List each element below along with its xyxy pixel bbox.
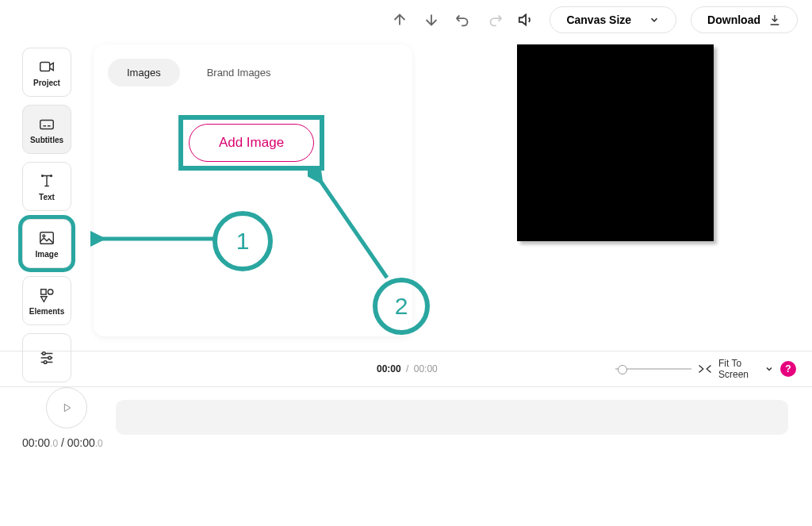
timecode-duration: 00:00 <box>414 363 438 374</box>
timeline-area: 00:00.0 / 00:00.0 <box>0 387 812 482</box>
svg-rect-6 <box>41 289 46 294</box>
canvas-size-label: Canvas Size <box>566 13 631 26</box>
canvas-preview[interactable] <box>517 44 714 241</box>
annotation-arrow-2 <box>308 171 403 282</box>
elements-label: Elements <box>29 307 64 316</box>
fit-screen-icon <box>698 363 712 374</box>
text-icon <box>38 172 56 190</box>
timeline-sep: / <box>58 436 67 449</box>
help-button[interactable]: ? <box>780 361 796 377</box>
redo-icon[interactable] <box>486 11 504 29</box>
subtitles-label: Subtitles <box>30 136 63 144</box>
image-label: Image <box>36 250 59 259</box>
timeline-duration-frac: .0 <box>95 438 103 449</box>
sidebar-item-project[interactable]: Project <box>22 48 71 97</box>
play-button[interactable] <box>46 387 87 428</box>
timeline-current: 00:00 <box>22 436 50 449</box>
move-down-icon[interactable] <box>423 11 440 29</box>
svg-rect-0 <box>40 62 50 71</box>
sidebar-item-text[interactable]: Text <box>22 162 71 211</box>
zoom-slider[interactable] <box>615 368 691 370</box>
tab-images[interactable]: Images <box>108 59 180 86</box>
sidebar-item-subtitles[interactable]: Subtitles <box>22 105 71 154</box>
add-image-button[interactable]: Add Image <box>189 124 314 162</box>
video-icon <box>38 58 56 75</box>
svg-point-7 <box>48 289 52 294</box>
volume-icon[interactable] <box>518 11 535 29</box>
timecode-current: 00:00 <box>377 363 401 374</box>
canvas-size-button[interactable]: Canvas Size <box>550 6 676 33</box>
chevron-down-icon[interactable] <box>764 364 774 374</box>
svg-point-5 <box>43 234 45 236</box>
timecode-sep: / <box>406 363 408 374</box>
elements-icon <box>38 286 56 304</box>
download-icon <box>768 13 781 26</box>
subtitles-icon <box>38 115 56 132</box>
text-label: Text <box>39 193 55 202</box>
sidebar: Project Subtitles Text Image Elements <box>22 48 71 382</box>
download-button[interactable]: Download <box>691 6 798 33</box>
annotation-step-1: 1 <box>213 211 273 271</box>
timeline-current-frac: .0 <box>50 438 58 449</box>
play-icon <box>60 401 73 414</box>
zoom-controls: Fit To Screen ? <box>615 358 796 381</box>
timecode-display: 00:00 / 00:00 <box>377 363 438 374</box>
annotation-arrow-1 <box>90 230 217 248</box>
tab-brand-images[interactable]: Brand Images <box>188 59 290 86</box>
timeline-timecode: 00:00.0 / 00:00.0 <box>22 436 103 449</box>
svg-rect-1 <box>40 120 54 129</box>
svg-rect-4 <box>40 232 54 244</box>
svg-line-12 <box>319 179 387 278</box>
image-icon <box>38 229 56 247</box>
panel-tabs: Images Brand Images <box>108 59 398 86</box>
move-up-icon[interactable] <box>391 11 408 29</box>
top-toolbar: Canvas Size Download <box>391 6 798 33</box>
annotation-step-2: 2 <box>373 278 430 335</box>
timeline-track[interactable] <box>116 400 788 435</box>
project-label: Project <box>33 79 60 87</box>
timecode-bar: 00:00 / 00:00 Fit To Screen ? <box>0 351 812 387</box>
timeline-duration: 00:00 <box>67 436 95 449</box>
download-label: Download <box>707 13 760 26</box>
undo-icon[interactable] <box>454 11 472 29</box>
sidebar-item-elements[interactable]: Elements <box>22 276 71 325</box>
chevron-down-icon <box>649 14 660 25</box>
sidebar-item-image[interactable]: Image <box>22 219 71 268</box>
add-image-highlight: Add Image <box>178 115 324 171</box>
fit-to-screen-label[interactable]: Fit To Screen <box>718 358 758 381</box>
